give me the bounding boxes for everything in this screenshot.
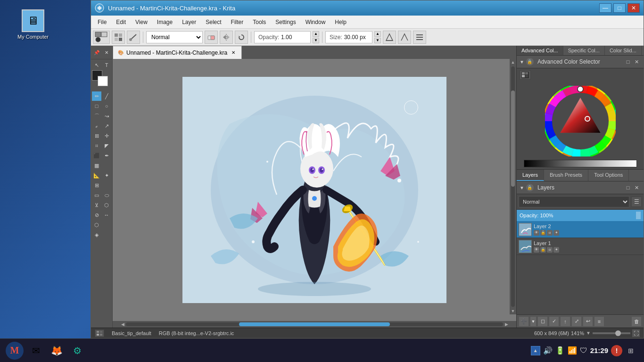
pressure-btn[interactable] — [383, 31, 396, 44]
scroll-thumb-h[interactable] — [239, 322, 390, 326]
layer-1-extra-icon[interactable]: ✦ — [553, 247, 559, 253]
menu-tools[interactable]: Tools — [248, 17, 271, 27]
tool-grid[interactable]: ⊞ — [92, 181, 101, 190]
layers-collapse-arrow[interactable]: ▼ — [520, 185, 524, 190]
opacity-down[interactable]: ▼ — [313, 38, 319, 43]
scroll-right-arrow[interactable]: ▶ — [503, 321, 510, 328]
tool-ellipse[interactable]: ○ — [102, 101, 111, 111]
tab-layers[interactable]: Layers — [517, 170, 544, 181]
taskbar-clock[interactable]: 21:29 — [590, 346, 608, 355]
tab-specific-color[interactable]: Specific Col... — [563, 46, 605, 55]
taskbar-pager-btn[interactable]: ⊞ — [625, 345, 636, 356]
scrollbar-vertical[interactable]: ▲ ▼ — [510, 59, 516, 314]
size-up[interactable]: ▲ — [374, 31, 381, 37]
smooth-btn[interactable] — [398, 31, 411, 44]
menu-edit[interactable]: Edit — [111, 17, 131, 27]
layer-1-alpha-icon[interactable]: α — [547, 247, 553, 253]
scroll-down-arrow[interactable]: ▼ — [510, 308, 516, 314]
layers-opacity-scroll[interactable] — [636, 212, 641, 219]
maximize-button[interactable]: □ — [613, 3, 626, 13]
tool-fill[interactable]: ⬛ — [92, 151, 101, 160]
group-btn[interactable]: ↩ — [583, 316, 593, 327]
layer-2-extra-icon[interactable]: ✦ — [553, 230, 559, 236]
tray-shield-container[interactable]: 🛡 — [580, 346, 587, 355]
color-gradient-bar[interactable] — [524, 160, 637, 167]
tool-magnetic[interactable]: ◈ — [92, 230, 101, 239]
layer-down-btn[interactable]: ✓ — [549, 316, 559, 327]
menu-image[interactable]: Image — [152, 17, 177, 27]
menu-help[interactable]: Help — [330, 17, 351, 27]
menu-settings[interactable]: Settings — [271, 17, 300, 27]
zoom-slider-thumb[interactable] — [615, 330, 621, 336]
tool-pan[interactable]: ↔ — [102, 210, 111, 220]
scroll-left-arrow[interactable]: ◀ — [119, 321, 126, 328]
tool-rectangle[interactable]: □ — [92, 101, 101, 111]
tool-gradient[interactable]: ▦ — [92, 161, 101, 170]
tray-wifi-icon[interactable]: 📶 — [568, 346, 577, 355]
layer-item-1[interactable]: Layer 1 👁 🔒 α ✦ — [517, 238, 644, 255]
layer-2-lock-icon[interactable]: 🔒 — [540, 230, 546, 236]
close-tool-panel[interactable]: ✕ — [102, 48, 112, 57]
tool-ellipse-select[interactable]: ⬭ — [102, 190, 111, 200]
taskbar-warning-btn[interactable]: ! — [611, 345, 622, 356]
menu-filter[interactable]: Filter — [226, 17, 248, 27]
tray-battery-icon[interactable]: 🔋 — [555, 346, 565, 355]
layers-blend-select[interactable]: Normal Multiply Screen Overlay — [519, 196, 629, 207]
scrollbar-horizontal[interactable]: ◀ ▶ — [113, 321, 516, 328]
taskbar-firefox[interactable]: 🦊 — [48, 342, 65, 359]
tool-move[interactable]: ✛ — [102, 131, 111, 140]
menu-layer[interactable]: Layer — [177, 17, 201, 27]
close-button[interactable]: ✕ — [627, 3, 640, 13]
blend-mode-select[interactable]: Normal Multiply Screen Overlay — [146, 31, 203, 43]
tool-perspective[interactable]: ◤ — [102, 141, 111, 150]
tool-text[interactable]: T — [102, 60, 111, 70]
tab-color-sliders[interactable]: Color Slid... — [605, 46, 642, 55]
new-layer-dropdown[interactable]: ▼ — [530, 316, 537, 327]
layers-float-btn[interactable]: □ — [624, 183, 632, 192]
color-selector-close-btn[interactable]: ✕ — [632, 58, 641, 66]
tool-rect-select[interactable]: ▭ — [92, 190, 101, 200]
tool-assistants[interactable]: ✦ — [102, 171, 111, 180]
canvas-wrapper[interactable]: ▲ ▼ — [113, 59, 516, 321]
properties-btn[interactable]: ≡ — [594, 316, 604, 327]
scroll-thumb-v[interactable] — [511, 90, 515, 187]
tool-transform[interactable]: ⊞ — [92, 131, 101, 140]
size-down[interactable]: ▼ — [374, 38, 381, 43]
tray-expand-btn[interactable]: ▲ — [531, 346, 540, 355]
flatten-btn[interactable]: ⤢ — [571, 316, 582, 327]
eraser-btn[interactable] — [205, 31, 218, 44]
menu-view[interactable]: View — [131, 17, 152, 27]
minimize-button[interactable]: — — [599, 3, 611, 13]
tool-brush[interactable]: ✏ — [92, 91, 101, 101]
brush-presets-btn[interactable] — [112, 31, 125, 44]
tool-crop[interactable]: ⌗ — [92, 141, 101, 150]
menu-window[interactable]: Window — [301, 17, 330, 27]
layers-close-btn[interactable]: ✕ — [632, 183, 641, 192]
brush-preview-btn[interactable] — [93, 31, 110, 44]
rotate-btn[interactable] — [235, 31, 248, 44]
background-color[interactable] — [98, 76, 108, 86]
pin-btn[interactable]: 📌 — [92, 48, 101, 57]
taskbar-email[interactable]: ✉ — [27, 342, 44, 359]
mirror-h-btn[interactable] — [220, 31, 233, 44]
swatch-btn[interactable] — [520, 70, 531, 80]
extra-options-btn[interactable] — [413, 31, 426, 44]
tool-smart-brush[interactable]: ↗ — [102, 121, 111, 131]
opacity-up[interactable]: ▲ — [313, 31, 319, 37]
zoom-expand-icon[interactable]: ⛶ — [632, 329, 640, 337]
status-icon-btn[interactable] — [95, 329, 104, 337]
layer-2-alpha-icon[interactable]: α — [547, 230, 553, 236]
layer-2-eye-icon[interactable]: 👁 — [534, 230, 539, 236]
color-wheel-container[interactable] — [524, 83, 637, 159]
tool-pattern[interactable] — [102, 161, 111, 170]
taskbar-app-logo[interactable]: M — [6, 342, 24, 360]
scroll-up-arrow[interactable]: ▲ — [510, 59, 516, 66]
taskbar-settings[interactable]: ⚙ — [69, 342, 86, 359]
menu-file[interactable]: File — [93, 17, 111, 27]
copy-layer-btn[interactable]: ◻ — [537, 316, 548, 327]
color-selector-float-btn[interactable]: □ — [624, 58, 632, 66]
tray-volume-icon[interactable]: 🔊 — [543, 346, 553, 355]
tool-freehand-select[interactable]: ⊻ — [92, 200, 101, 210]
tool-smart-patch[interactable]: ⬡ — [92, 220, 101, 230]
layer-1-eye-icon[interactable]: 👁 — [534, 247, 539, 253]
